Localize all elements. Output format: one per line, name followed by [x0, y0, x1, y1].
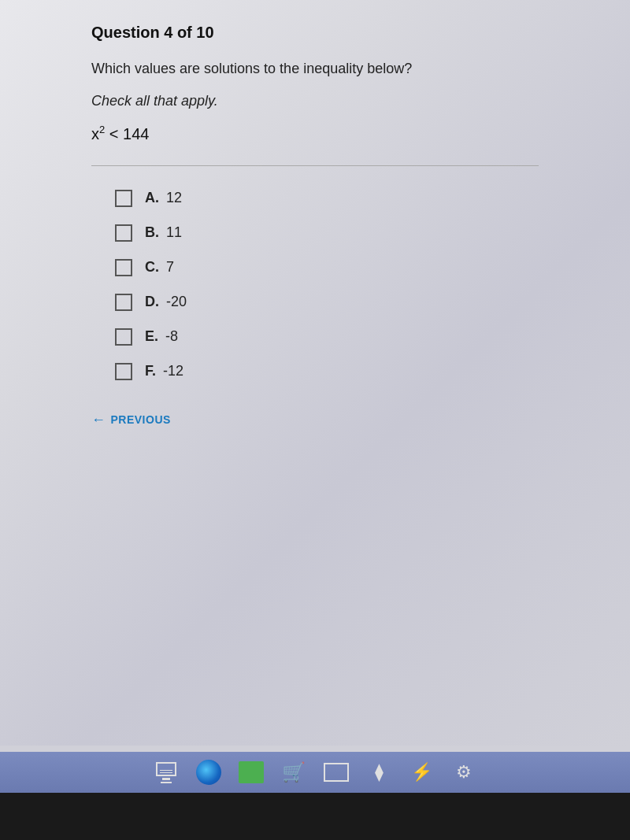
- question-number: Question 4 of 10: [91, 24, 214, 41]
- instruction-text: Check all that apply.: [91, 93, 539, 109]
- previous-button[interactable]: ← PREVIOUS: [91, 412, 539, 428]
- option-e[interactable]: E. -8: [115, 328, 539, 346]
- question-header: Question 4 of 10: [91, 24, 539, 42]
- option-f-label: F. -12: [145, 363, 183, 379]
- answer-options: A. 12 B. 11 C. 7 D. -20: [91, 190, 539, 380]
- main-content: Question 4 of 10 Which values are soluti…: [0, 0, 630, 746]
- checkbox-f[interactable]: [115, 363, 132, 380]
- option-e-label: E. -8: [145, 328, 178, 345]
- option-d[interactable]: D. -20: [115, 294, 539, 311]
- option-b-label: B. 11: [145, 224, 182, 241]
- checkbox-d[interactable]: [115, 294, 132, 311]
- settings-gear-icon[interactable]: ⚙: [450, 758, 478, 786]
- checkbox-b[interactable]: [115, 224, 132, 242]
- option-b[interactable]: B. 11: [115, 224, 539, 242]
- checkbox-c[interactable]: [115, 259, 132, 276]
- option-a-label: A. 12: [145, 190, 182, 206]
- option-f[interactable]: F. -12: [115, 363, 539, 380]
- monitor-icon[interactable]: [152, 758, 180, 786]
- section-divider: [91, 165, 539, 166]
- file-explorer-icon[interactable]: [237, 758, 265, 786]
- option-c[interactable]: C. 7: [115, 259, 539, 276]
- option-a[interactable]: A. 12: [115, 190, 539, 207]
- edge-browser-icon[interactable]: [195, 758, 223, 786]
- bottom-bar: [0, 793, 630, 840]
- taskbar: 🛒 ⧫ ⚡ ⚙: [0, 752, 630, 793]
- checkbox-e[interactable]: [115, 328, 132, 346]
- lightning-icon[interactable]: ⚡: [407, 758, 435, 786]
- previous-arrow-icon: ←: [91, 412, 106, 428]
- option-d-label: D. -20: [145, 294, 187, 310]
- mail-icon[interactable]: [322, 758, 350, 786]
- checkbox-a[interactable]: [115, 190, 132, 207]
- option-c-label: C. 7: [145, 259, 174, 276]
- inequality-display: x2 < 144: [91, 124, 539, 143]
- dropbox-icon[interactable]: ⧫: [365, 758, 393, 786]
- question-text: Which values are solutions to the inequa…: [91, 59, 539, 79]
- store-icon[interactable]: 🛒: [280, 758, 308, 786]
- previous-label: PREVIOUS: [111, 413, 171, 426]
